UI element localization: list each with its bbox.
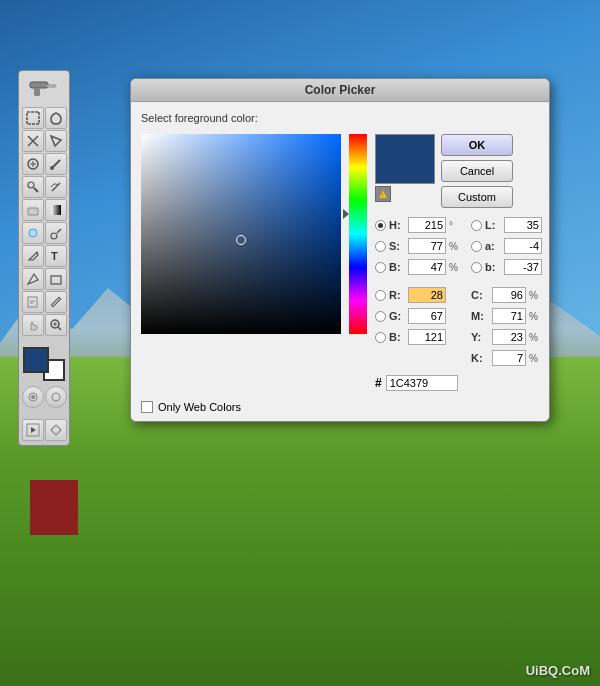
hue-slider-wrap[interactable] bbox=[349, 134, 367, 334]
label-Y: Y: bbox=[471, 331, 489, 343]
radio-B2[interactable] bbox=[375, 332, 386, 343]
pen-tool[interactable] bbox=[22, 245, 44, 267]
input-b[interactable] bbox=[504, 259, 542, 275]
hex-row: # bbox=[375, 375, 458, 391]
eraser-tool[interactable] bbox=[22, 199, 44, 221]
unit-H: ° bbox=[449, 220, 463, 231]
svg-point-29 bbox=[52, 393, 60, 401]
label-S: S: bbox=[389, 240, 405, 252]
history-brush-tool[interactable] bbox=[45, 176, 67, 198]
svg-rect-20 bbox=[28, 297, 37, 307]
hex-input[interactable] bbox=[386, 375, 458, 391]
healing-tool[interactable] bbox=[22, 153, 44, 175]
hand-tool[interactable] bbox=[22, 314, 44, 336]
svg-point-16 bbox=[51, 233, 57, 239]
svg-marker-31 bbox=[31, 427, 36, 433]
notes-tool[interactable] bbox=[22, 291, 44, 313]
eyedropper-tool[interactable] bbox=[45, 291, 67, 313]
standard-mode[interactable] bbox=[45, 386, 67, 408]
extra-tools bbox=[21, 419, 67, 441]
lasso-tool[interactable] bbox=[45, 107, 67, 129]
alert-icon[interactable]: ! bbox=[375, 186, 391, 202]
input-G[interactable] bbox=[408, 308, 446, 324]
color-field-wrap[interactable] bbox=[141, 134, 341, 334]
input-R[interactable] bbox=[408, 287, 446, 303]
preview-area: ! bbox=[375, 134, 435, 202]
label-B2: B: bbox=[389, 331, 405, 343]
input-L[interactable] bbox=[504, 217, 542, 233]
field-Y-row: Y: % bbox=[471, 328, 559, 346]
bg-barn bbox=[30, 480, 78, 535]
dialog-titlebar: Color Picker bbox=[131, 79, 549, 102]
dialog-subtitle: Select foreground color: bbox=[141, 112, 539, 124]
brush-icon bbox=[22, 75, 66, 103]
shape-tool[interactable] bbox=[45, 268, 67, 290]
fields-area: H: ° S: % B: bbox=[375, 216, 559, 367]
svg-text:T: T bbox=[51, 250, 58, 262]
quick-mask-mode[interactable] bbox=[22, 386, 44, 408]
input-H[interactable] bbox=[408, 217, 446, 233]
hue-slider[interactable] bbox=[349, 134, 367, 334]
svg-rect-19 bbox=[51, 276, 61, 284]
slice-tool[interactable] bbox=[45, 130, 67, 152]
brush-tool[interactable] bbox=[45, 153, 67, 175]
unit-Y: % bbox=[529, 332, 543, 343]
only-web-colors-checkbox[interactable] bbox=[141, 401, 153, 413]
button-group: OK Cancel Custom bbox=[441, 134, 513, 208]
label-b: b: bbox=[485, 261, 501, 273]
svg-rect-1 bbox=[46, 85, 56, 87]
input-a[interactable] bbox=[504, 238, 542, 254]
ok-button[interactable]: OK bbox=[441, 134, 513, 156]
tool-row-1 bbox=[21, 107, 67, 129]
input-B[interactable] bbox=[408, 259, 446, 275]
radio-G[interactable] bbox=[375, 311, 386, 322]
gradient-tool[interactable] bbox=[45, 199, 67, 221]
only-web-colors-label: Only Web Colors bbox=[158, 401, 241, 413]
radio-L[interactable] bbox=[471, 220, 482, 231]
color-swatches[interactable] bbox=[23, 347, 65, 381]
radio-b[interactable] bbox=[471, 262, 482, 273]
svg-rect-14 bbox=[51, 205, 61, 215]
screen-mode[interactable] bbox=[45, 419, 67, 441]
clone-stamp-tool[interactable] bbox=[22, 176, 44, 198]
field-K-row: K: % bbox=[471, 349, 559, 367]
radio-S[interactable] bbox=[375, 241, 386, 252]
radio-R[interactable] bbox=[375, 290, 386, 301]
input-K[interactable] bbox=[492, 350, 526, 366]
radio-H[interactable] bbox=[375, 220, 386, 231]
radio-a[interactable] bbox=[471, 241, 482, 252]
input-C[interactable] bbox=[492, 287, 526, 303]
zoom-tool[interactable] bbox=[45, 314, 67, 336]
input-B2[interactable] bbox=[408, 329, 446, 345]
input-Y[interactable] bbox=[492, 329, 526, 345]
unit-S: % bbox=[449, 241, 463, 252]
mode-row bbox=[22, 386, 67, 408]
field-H-row: H: ° bbox=[375, 216, 463, 234]
hue-slider-arrow bbox=[343, 209, 349, 219]
input-S[interactable] bbox=[408, 238, 446, 254]
label-a: a: bbox=[485, 240, 501, 252]
dialog-footer: Only Web Colors bbox=[131, 401, 549, 421]
svg-point-11 bbox=[28, 182, 34, 188]
svg-line-12 bbox=[34, 188, 38, 192]
svg-rect-13 bbox=[28, 208, 38, 215]
unit-C: % bbox=[529, 290, 543, 301]
marquee-rect-tool[interactable] bbox=[22, 107, 44, 129]
color-field-dark-layer bbox=[141, 134, 341, 334]
field-a-row: a: bbox=[471, 237, 559, 255]
color-field[interactable] bbox=[141, 134, 341, 334]
watermark: UiBQ.CoM bbox=[526, 663, 590, 678]
cancel-button[interactable]: Cancel bbox=[441, 160, 513, 182]
radio-B[interactable] bbox=[375, 262, 386, 273]
custom-button[interactable]: Custom bbox=[441, 186, 513, 208]
type-tool[interactable]: T bbox=[45, 245, 67, 267]
crop-tool[interactable] bbox=[22, 130, 44, 152]
dodge-tool[interactable] bbox=[45, 222, 67, 244]
blur-tool[interactable] bbox=[22, 222, 44, 244]
input-M[interactable] bbox=[492, 308, 526, 324]
field-B-row: B: % bbox=[375, 258, 463, 276]
jump-to-imageready[interactable] bbox=[22, 419, 44, 441]
path-selection-tool[interactable] bbox=[22, 268, 44, 290]
fg-color-swatch[interactable] bbox=[23, 347, 49, 373]
field-b-row: b: bbox=[471, 258, 559, 276]
